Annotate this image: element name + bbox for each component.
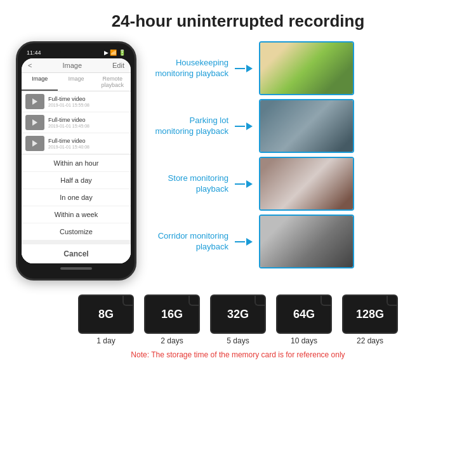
arrow-store xyxy=(235,180,253,188)
housekeeping-image xyxy=(259,41,354,95)
phone-back[interactable]: < xyxy=(28,62,32,69)
sd-card-64g: 64G xyxy=(276,294,332,334)
phone-home-bar xyxy=(60,267,92,270)
content-row: 11:44 ▶ 📶 🔋 < Image Edit Image Image Rem… xyxy=(13,41,463,281)
dropdown-week[interactable]: Within a week xyxy=(22,206,131,223)
dropdown-half-day[interactable]: Half a day xyxy=(22,172,131,189)
video-info-3: Full-time video 2019-01-01 15:40:08 xyxy=(48,138,127,149)
sd-label-32g: 32G xyxy=(227,308,249,321)
video-item-3: Full-time video 2019-01-01 15:40:08 xyxy=(22,133,131,154)
sd-card-32g: 32G xyxy=(210,294,266,334)
monitoring-section: Housekeepingmonitoring playback Parking … xyxy=(146,41,463,268)
sd-days-128g: 22 days xyxy=(357,336,383,345)
sd-64g: 64G 10 days xyxy=(276,294,332,345)
sd-label-8g: 8G xyxy=(98,308,114,321)
video-item-1: Full-time video 2019-01-01 15:55:08 xyxy=(22,91,131,112)
corridor-label: Corridor monitoringplayback xyxy=(146,231,228,253)
monitoring-parking: Parking lotmonitoring playback xyxy=(146,99,463,153)
sd-label-64g: 64G xyxy=(293,308,315,321)
sd-days-8g: 1 day xyxy=(96,336,115,345)
store-img-content xyxy=(260,158,353,209)
video-item-2: Full-time video 2019-01-01 15:45:08 xyxy=(22,112,131,133)
play-icon-1 xyxy=(32,98,37,105)
phone-screen: < Image Edit Image Image Remote playback xyxy=(22,58,131,263)
video-title-3: Full-time video xyxy=(48,138,127,144)
corridor-image xyxy=(259,215,354,268)
sd-days-16g: 2 days xyxy=(161,336,183,345)
sd-card-row: 8G 1 day 16G 2 days 32G 5 days 64G xyxy=(78,294,398,345)
phone-time: 11:44 xyxy=(27,50,41,56)
phone-mockup: 11:44 ▶ 📶 🔋 < Image Edit Image Image Rem… xyxy=(13,41,140,281)
tab-remote-playback[interactable]: Remote playback xyxy=(95,73,131,91)
sd-label-16g: 16G xyxy=(161,308,183,321)
arrow-housekeeping xyxy=(235,65,253,72)
parking-image xyxy=(259,99,354,153)
tab-image2[interactable]: Image xyxy=(58,73,94,91)
video-info-2: Full-time video 2019-01-01 15:45:08 xyxy=(48,117,127,128)
storage-note: Note: The storage time of the memory car… xyxy=(131,350,345,359)
phone-app-header: < Image Edit xyxy=(22,58,131,73)
tab-image[interactable]: Image xyxy=(22,73,58,91)
arrow-parking xyxy=(235,122,253,130)
parking-label: Parking lotmonitoring playback xyxy=(146,116,228,137)
dropdown-customize[interactable]: Customize xyxy=(22,223,131,241)
video-thumb-1 xyxy=(25,94,44,109)
video-thumb-2 xyxy=(25,115,44,130)
monitoring-corridor: Corridor monitoringplayback xyxy=(146,215,463,268)
sd-8g: 8G 1 day xyxy=(78,294,134,345)
sd-32g: 32G 5 days xyxy=(210,294,266,345)
video-thumb-3 xyxy=(25,136,44,151)
corridor-img-content xyxy=(260,216,353,267)
video-date-3: 2019-01-01 15:40:08 xyxy=(48,145,127,149)
sd-128g: 128G 22 days xyxy=(342,294,398,345)
store-image xyxy=(259,157,354,211)
phone-frame: 11:44 ▶ 📶 🔋 < Image Edit Image Image Rem… xyxy=(16,41,136,281)
sd-days-64g: 10 days xyxy=(291,336,317,345)
phone-header-edit[interactable]: Edit xyxy=(112,62,124,69)
phone-dropdown: Within an hour Half a day In one day Wit… xyxy=(22,154,131,263)
monitoring-housekeeping: Housekeepingmonitoring playback xyxy=(146,41,463,95)
housekeeping-label: Housekeepingmonitoring playback xyxy=(146,58,228,79)
phone-icons: ▶ 📶 🔋 xyxy=(104,50,126,56)
play-icon-3 xyxy=(32,140,37,147)
video-info-1: Full-time video 2019-01-01 15:55:08 xyxy=(48,96,127,107)
phone-notch xyxy=(60,50,92,57)
play-icon-2 xyxy=(32,119,37,126)
cancel-button[interactable]: Cancel xyxy=(22,241,131,263)
dropdown-one-day[interactable]: In one day xyxy=(22,189,131,206)
page-title: 24-hour uninterrupted recording xyxy=(112,11,365,31)
sd-16g: 16G 2 days xyxy=(144,294,200,345)
dropdown-within-hour[interactable]: Within an hour xyxy=(22,155,131,172)
video-title-2: Full-time video xyxy=(48,117,127,123)
phone-tabs: Image Image Remote playback xyxy=(22,73,131,91)
video-title-1: Full-time video xyxy=(48,96,127,102)
housekeeping-img-content xyxy=(260,43,353,94)
sd-card-128g: 128G xyxy=(342,294,398,334)
sd-days-32g: 5 days xyxy=(227,336,249,345)
video-date-1: 2019-01-01 15:55:08 xyxy=(48,103,127,107)
monitoring-store: Store monitoringplayback xyxy=(146,157,463,211)
page: 24-hour uninterrupted recording 11:44 ▶ … xyxy=(0,0,476,476)
video-date-2: 2019-01-01 15:45:08 xyxy=(48,124,127,128)
phone-header-title: Image xyxy=(62,62,82,69)
parking-img-content xyxy=(260,100,353,152)
sd-card-section: 8G 1 day 16G 2 days 32G 5 days 64G xyxy=(13,294,463,359)
sd-card-8g: 8G xyxy=(78,294,134,334)
sd-label-128g: 128G xyxy=(356,308,384,321)
store-label: Store monitoringplayback xyxy=(146,173,228,195)
sd-card-16g: 16G xyxy=(144,294,200,334)
arrow-corridor xyxy=(235,238,253,246)
